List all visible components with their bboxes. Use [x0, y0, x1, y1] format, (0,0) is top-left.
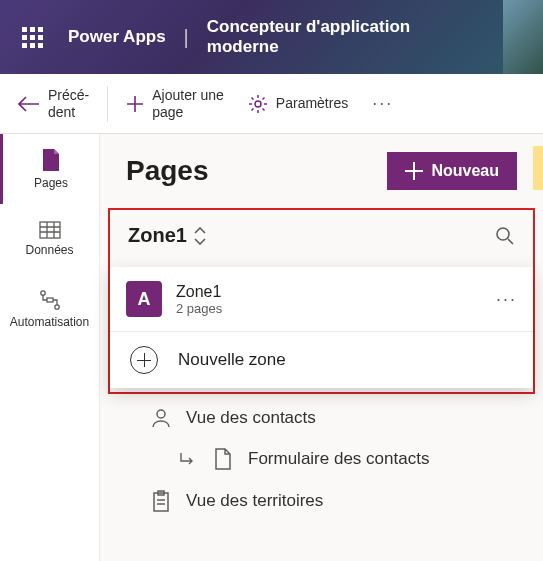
zone-item-more-button[interactable]: ··· [496, 289, 517, 310]
search-button[interactable] [495, 226, 515, 246]
new-button[interactable]: Nouveau [387, 152, 517, 190]
left-nav: Pages Données Automatisation [0, 134, 100, 561]
app-name: Power Apps [68, 27, 166, 47]
clipboard-icon [150, 490, 172, 512]
app-subtitle: Concepteur d'application moderne [207, 17, 467, 58]
page-tree: Vue des contacts Formulaire des contacts… [100, 394, 543, 522]
tree-item-label: Vue des territoires [186, 491, 323, 511]
plus-icon [405, 162, 423, 180]
tree-item-label: Formulaire des contacts [248, 449, 429, 469]
zone-popup: A Zone1 2 pages ··· Nouvelle zone [110, 267, 533, 388]
search-icon [495, 226, 515, 246]
page-title: Pages [126, 155, 209, 187]
nav-item-data[interactable]: Données [0, 204, 99, 274]
tree-item-territories-view[interactable]: Vue des territoires [146, 480, 543, 522]
back-label: Précé- dent [48, 87, 89, 119]
document-icon [212, 448, 234, 470]
tree-item-contacts-form[interactable]: Formulaire des contacts [146, 438, 543, 480]
toolbar-separator [107, 86, 108, 122]
sort-icon [193, 226, 209, 246]
nav-item-pages[interactable]: Pages [0, 134, 99, 204]
gear-icon [248, 94, 268, 114]
tree-item-label: Vue des contacts [186, 408, 316, 428]
person-icon [150, 408, 172, 428]
zone-item[interactable]: A Zone1 2 pages ··· [110, 267, 533, 331]
tree-item-contacts-view[interactable]: Vue des contacts [146, 398, 543, 438]
page-header: Pages Nouveau [100, 134, 543, 208]
settings-label: Paramètres [276, 95, 348, 111]
svg-point-3 [54, 305, 58, 309]
svg-point-2 [40, 291, 44, 295]
zone-badge: A [126, 281, 162, 317]
new-button-label: Nouveau [431, 162, 499, 180]
svg-point-0 [255, 101, 261, 107]
zone-header-label: Zone1 [128, 224, 187, 247]
zone-subtitle: 2 pages [176, 301, 482, 316]
zone-dropdown[interactable]: Zone1 [110, 210, 533, 261]
table-icon [39, 221, 61, 239]
svg-rect-4 [47, 298, 53, 302]
toolbar-more-button[interactable]: ··· [362, 87, 403, 120]
add-page-button[interactable]: Ajouter une page [116, 81, 234, 125]
highlighted-region: Zone1 A Zone1 2 pages ··· [108, 208, 535, 394]
main-panel: Pages Nouveau Zone1 A [100, 134, 543, 561]
circle-plus-icon [130, 346, 158, 374]
new-zone-label: Nouvelle zone [178, 350, 286, 370]
zone-name: Zone1 [176, 283, 482, 301]
settings-button[interactable]: Paramètres [238, 88, 358, 120]
nav-label: Pages [34, 176, 68, 190]
page-icon [41, 148, 61, 172]
header-separator: | [184, 26, 189, 49]
nav-label: Données [25, 243, 73, 257]
waffle-icon [22, 27, 43, 48]
zone-info: Zone1 2 pages [176, 283, 482, 316]
subitem-arrow-icon [176, 451, 198, 467]
svg-point-5 [497, 228, 509, 240]
flow-icon [38, 289, 62, 311]
arrow-left-icon [18, 96, 40, 112]
svg-rect-1 [40, 222, 60, 238]
plus-icon [126, 95, 144, 113]
side-indicator [533, 146, 543, 190]
body: Pages Données Automatisation Pages Nouve… [0, 134, 543, 561]
new-zone-button[interactable]: Nouvelle zone [110, 331, 533, 388]
toolbar: Précé- dent Ajouter une page Paramètres … [0, 74, 543, 134]
add-page-label: Ajouter une page [152, 87, 224, 119]
app-launcher-button[interactable] [8, 13, 56, 61]
app-header: Power Apps | Concepteur d'application mo… [0, 0, 543, 74]
nav-item-automation[interactable]: Automatisation [0, 274, 99, 344]
nav-label: Automatisation [10, 315, 89, 329]
back-button[interactable]: Précé- dent [8, 81, 99, 125]
svg-point-6 [157, 410, 165, 418]
